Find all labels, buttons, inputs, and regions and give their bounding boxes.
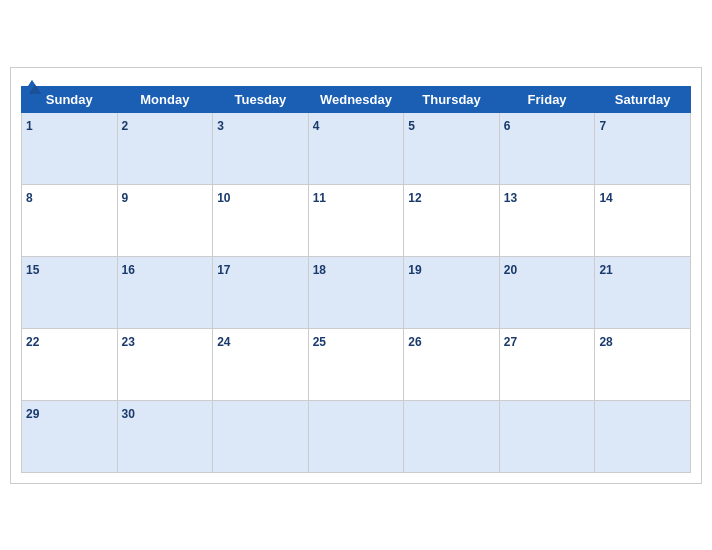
logo-mountain-icon bbox=[23, 78, 41, 96]
calendar-cell: 15 bbox=[22, 256, 118, 328]
calendar-cell: 20 bbox=[499, 256, 595, 328]
calendar-cell bbox=[213, 400, 309, 472]
weekday-header-friday: Friday bbox=[499, 86, 595, 112]
calendar-cell bbox=[404, 400, 500, 472]
calendar-cell: 13 bbox=[499, 184, 595, 256]
calendar-cell: 6 bbox=[499, 112, 595, 184]
week-row-5: 2930 bbox=[22, 400, 691, 472]
day-number: 13 bbox=[504, 191, 517, 205]
day-number: 5 bbox=[408, 119, 415, 133]
calendar-cell: 7 bbox=[595, 112, 691, 184]
calendar-cell: 4 bbox=[308, 112, 404, 184]
day-number: 29 bbox=[26, 407, 39, 421]
day-number: 17 bbox=[217, 263, 230, 277]
calendar-cell: 30 bbox=[117, 400, 213, 472]
calendar-cell bbox=[595, 400, 691, 472]
day-number: 25 bbox=[313, 335, 326, 349]
calendar-cell: 24 bbox=[213, 328, 309, 400]
calendar-cell: 14 bbox=[595, 184, 691, 256]
calendar-container: SundayMondayTuesdayWednesdayThursdayFrid… bbox=[10, 67, 702, 484]
calendar-cell: 23 bbox=[117, 328, 213, 400]
calendar-cell: 25 bbox=[308, 328, 404, 400]
day-number: 14 bbox=[599, 191, 612, 205]
day-number: 3 bbox=[217, 119, 224, 133]
weekday-header-thursday: Thursday bbox=[404, 86, 500, 112]
day-number: 4 bbox=[313, 119, 320, 133]
day-number: 7 bbox=[599, 119, 606, 133]
day-number: 22 bbox=[26, 335, 39, 349]
weekday-header-row: SundayMondayTuesdayWednesdayThursdayFrid… bbox=[22, 86, 691, 112]
calendar-cell: 12 bbox=[404, 184, 500, 256]
calendar-cell: 2 bbox=[117, 112, 213, 184]
calendar-cell: 27 bbox=[499, 328, 595, 400]
day-number: 16 bbox=[122, 263, 135, 277]
calendar-cell: 26 bbox=[404, 328, 500, 400]
day-number: 6 bbox=[504, 119, 511, 133]
calendar-table: SundayMondayTuesdayWednesdayThursdayFrid… bbox=[21, 86, 691, 473]
day-number: 11 bbox=[313, 191, 326, 205]
day-number: 15 bbox=[26, 263, 39, 277]
day-number: 26 bbox=[408, 335, 421, 349]
calendar-cell bbox=[308, 400, 404, 472]
calendar-cell: 1 bbox=[22, 112, 118, 184]
calendar-cell: 5 bbox=[404, 112, 500, 184]
calendar-cell: 11 bbox=[308, 184, 404, 256]
calendar-cell: 8 bbox=[22, 184, 118, 256]
calendar-cell: 3 bbox=[213, 112, 309, 184]
calendar-cell: 29 bbox=[22, 400, 118, 472]
calendar-cell: 18 bbox=[308, 256, 404, 328]
weekday-header-wednesday: Wednesday bbox=[308, 86, 404, 112]
calendar-cell: 22 bbox=[22, 328, 118, 400]
day-number: 21 bbox=[599, 263, 612, 277]
day-number: 2 bbox=[122, 119, 129, 133]
day-number: 24 bbox=[217, 335, 230, 349]
calendar-cell: 21 bbox=[595, 256, 691, 328]
day-number: 28 bbox=[599, 335, 612, 349]
day-number: 10 bbox=[217, 191, 230, 205]
calendar-cell: 9 bbox=[117, 184, 213, 256]
day-number: 23 bbox=[122, 335, 135, 349]
day-number: 19 bbox=[408, 263, 421, 277]
day-number: 27 bbox=[504, 335, 517, 349]
week-row-3: 15161718192021 bbox=[22, 256, 691, 328]
day-number: 8 bbox=[26, 191, 33, 205]
day-number: 20 bbox=[504, 263, 517, 277]
day-number: 9 bbox=[122, 191, 129, 205]
day-number: 30 bbox=[122, 407, 135, 421]
calendar-cell: 10 bbox=[213, 184, 309, 256]
logo-area bbox=[21, 78, 41, 96]
weekday-header-monday: Monday bbox=[117, 86, 213, 112]
week-row-4: 22232425262728 bbox=[22, 328, 691, 400]
calendar-cell bbox=[499, 400, 595, 472]
calendar-cell: 17 bbox=[213, 256, 309, 328]
day-number: 12 bbox=[408, 191, 421, 205]
calendar-cell: 16 bbox=[117, 256, 213, 328]
calendar-cell: 19 bbox=[404, 256, 500, 328]
day-number: 1 bbox=[26, 119, 33, 133]
weekday-header-tuesday: Tuesday bbox=[213, 86, 309, 112]
weekday-header-saturday: Saturday bbox=[595, 86, 691, 112]
calendar-cell: 28 bbox=[595, 328, 691, 400]
week-row-2: 891011121314 bbox=[22, 184, 691, 256]
week-row-1: 1234567 bbox=[22, 112, 691, 184]
day-number: 18 bbox=[313, 263, 326, 277]
